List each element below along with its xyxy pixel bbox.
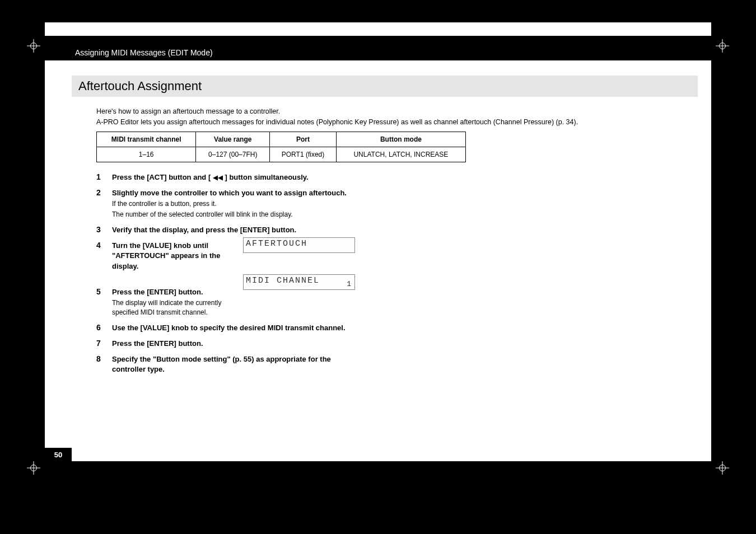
table-header: Port xyxy=(270,132,337,147)
step-note: The display will indicate the currently … xyxy=(112,298,235,317)
svg-marker-0 xyxy=(213,175,218,180)
intro-line: Here's how to assign an aftertouch messa… xyxy=(96,106,578,117)
registration-mark-icon xyxy=(716,39,729,53)
table-cell: 1–16 xyxy=(97,147,196,162)
step: 2 Slightly move the controller to which … xyxy=(96,188,410,219)
page-number: 50 xyxy=(45,448,72,461)
registration-mark-icon xyxy=(716,461,729,475)
lcd-text: MIDI CHANNEL xyxy=(246,276,320,285)
step-title: Use the [VALUE] knob to specify the desi… xyxy=(112,323,410,333)
registration-mark-icon xyxy=(27,461,40,475)
table-cell: PORT1 (fixed) xyxy=(270,147,337,162)
step: 3 Verify that the display, and press the… xyxy=(96,225,410,235)
step: 5 Press the [ENTER] button. The display … xyxy=(96,287,410,317)
section-title-bar: Aftertouch Assignment xyxy=(72,76,698,97)
table-header: MIDI transmit channel xyxy=(97,132,196,147)
intro-line: A-PRO Editor lets you assign aftertouch … xyxy=(96,117,578,128)
chapter-title: Assigning MIDI Messages (EDIT Mode) xyxy=(75,48,213,57)
rewind-icon xyxy=(213,175,223,181)
step-title: Press the [ENTER] button. xyxy=(112,287,235,297)
table-cell: 0–127 (00–7FH) xyxy=(196,147,270,162)
svg-marker-1 xyxy=(218,175,223,180)
registration-mark-icon xyxy=(721,254,735,268)
step-title: Specify the "Button mode setting" (p. 55… xyxy=(112,354,336,374)
step: 1 Press the [ACT] button and [ ] button … xyxy=(96,172,410,182)
step-number: 6 xyxy=(96,323,112,333)
intro-text: Here's how to assign an aftertouch messa… xyxy=(96,106,578,128)
step: 6 Use the [VALUE] knob to specify the de… xyxy=(96,323,410,333)
table-cell: UNLATCH, LATCH, INCREASE xyxy=(336,147,465,162)
step-title: Slightly move the controller to which yo… xyxy=(112,188,410,198)
table-header: Value range xyxy=(196,132,270,147)
table-row: 1–16 0–127 (00–7FH) PORT1 (fixed) UNLATC… xyxy=(97,147,466,162)
lcd-display: AFTERTOUCH xyxy=(243,237,355,253)
step-note: If the controller is a button, press it. xyxy=(112,199,410,209)
registration-mark-icon xyxy=(27,39,40,53)
step-title: Press the [ENTER] button. xyxy=(112,339,410,349)
step-number: 1 xyxy=(96,172,112,182)
step-number: 7 xyxy=(96,339,112,349)
step-title: Verify that the display, and press the [… xyxy=(112,225,410,235)
step-number: 3 xyxy=(96,225,112,235)
section-title: Aftertouch Assignment xyxy=(78,79,202,93)
chapter-header: Assigning MIDI Messages (EDIT Mode) xyxy=(45,36,711,60)
step-number: 4 xyxy=(96,241,112,271)
lcd-display: MIDI CHANNEL 1 xyxy=(243,274,355,290)
parameter-table: MIDI transmit channel Value range Port B… xyxy=(96,132,466,162)
step: 7 Press the [ENTER] button. xyxy=(96,339,410,349)
lcd-text: AFTERTOUCH xyxy=(246,239,307,249)
page-content: Assigning MIDI Messages (EDIT Mode) Afte… xyxy=(45,22,711,461)
step-title: Press the [ACT] button and [ ] button si… xyxy=(112,172,410,182)
lcd-value: 1 xyxy=(347,280,352,288)
step-number: 2 xyxy=(96,188,112,219)
step-title: Turn the [VALUE] knob until "AFTERTOUCH"… xyxy=(112,241,224,271)
step-number: 8 xyxy=(96,354,112,374)
step-note: The number of the selected controller wi… xyxy=(112,210,410,219)
table-header: Button mode xyxy=(336,132,465,147)
print-crop-bottom xyxy=(0,461,756,534)
print-crop-top xyxy=(0,0,756,22)
registration-mark-icon xyxy=(21,254,35,268)
step: 8 Specify the "Button mode setting" (p. … xyxy=(96,354,410,374)
step-number: 5 xyxy=(96,287,112,317)
